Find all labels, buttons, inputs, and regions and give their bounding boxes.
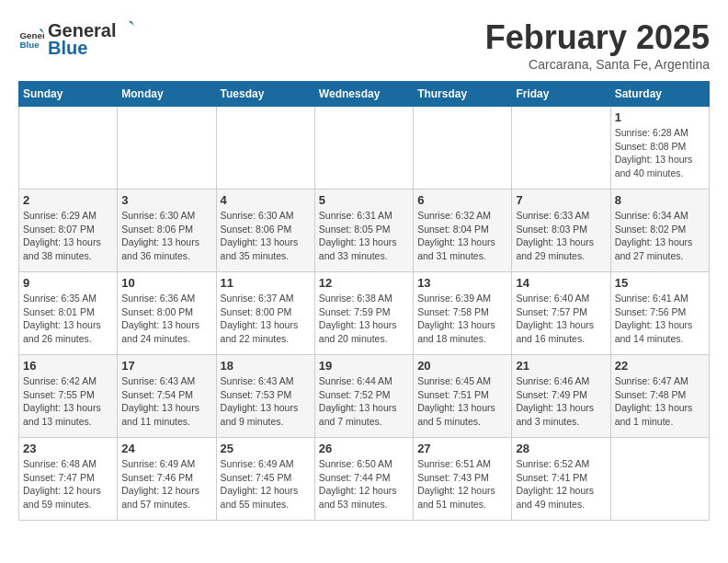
svg-marker-3	[129, 21, 134, 26]
day-info: Sunrise: 6:37 AM Sunset: 8:00 PM Dayligh…	[221, 292, 311, 346]
calendar-day-cell	[19, 107, 118, 190]
calendar-week-row: 16Sunrise: 6:42 AM Sunset: 7:55 PM Dayli…	[19, 355, 710, 438]
day-number: 21	[516, 359, 606, 373]
day-number: 15	[615, 276, 705, 290]
calendar-day-cell: 8Sunrise: 6:34 AM Sunset: 8:02 PM Daylig…	[610, 190, 709, 272]
calendar-day-cell: 13Sunrise: 6:39 AM Sunset: 7:58 PM Dayli…	[414, 272, 512, 355]
day-number: 11	[221, 276, 311, 290]
day-number: 22	[615, 359, 705, 373]
calendar-day-cell: 24Sunrise: 6:49 AM Sunset: 7:46 PM Dayli…	[118, 438, 216, 521]
calendar-day-cell: 16Sunrise: 6:42 AM Sunset: 7:55 PM Dayli…	[19, 355, 118, 438]
day-number: 19	[319, 359, 409, 373]
day-of-week-header: Sunday	[19, 82, 118, 107]
calendar-day-cell: 9Sunrise: 6:35 AM Sunset: 8:01 PM Daylig…	[19, 272, 118, 355]
day-info: Sunrise: 6:44 AM Sunset: 7:52 PM Dayligh…	[319, 374, 409, 429]
day-info: Sunrise: 6:42 AM Sunset: 7:55 PM Dayligh…	[23, 374, 113, 429]
day-number: 27	[417, 442, 507, 455]
day-number: 8	[615, 193, 705, 207]
calendar-header-row: SundayMondayTuesdayWednesdayThursdayFrid…	[19, 82, 710, 107]
day-number: 14	[516, 276, 606, 290]
day-number: 6	[417, 193, 507, 207]
calendar-day-cell: 27Sunrise: 6:51 AM Sunset: 7:43 PM Dayli…	[414, 438, 512, 521]
calendar-day-cell	[118, 107, 216, 190]
day-number: 25	[221, 442, 311, 455]
day-number: 28	[516, 442, 606, 455]
calendar-day-cell: 17Sunrise: 6:43 AM Sunset: 7:54 PM Dayli…	[118, 355, 216, 438]
day-number: 16	[23, 359, 113, 373]
title-block: February 2025 Carcarana, Santa Fe, Argen…	[485, 18, 710, 72]
calendar-day-cell	[512, 107, 610, 190]
calendar-day-cell	[414, 107, 512, 190]
day-number: 4	[221, 193, 311, 207]
svg-text:Blue: Blue	[19, 40, 40, 50]
day-info: Sunrise: 6:31 AM Sunset: 8:05 PM Dayligh…	[319, 209, 409, 263]
day-info: Sunrise: 6:46 AM Sunset: 7:49 PM Dayligh…	[516, 374, 606, 429]
day-info: Sunrise: 6:43 AM Sunset: 7:54 PM Dayligh…	[121, 374, 211, 429]
day-info: Sunrise: 6:51 AM Sunset: 7:43 PM Dayligh…	[417, 457, 507, 511]
day-info: Sunrise: 6:47 AM Sunset: 7:48 PM Dayligh…	[615, 374, 705, 429]
logo-bird-icon	[116, 18, 134, 37]
day-info: Sunrise: 6:48 AM Sunset: 7:47 PM Dayligh…	[23, 457, 113, 511]
day-info: Sunrise: 6:52 AM Sunset: 7:41 PM Dayligh…	[516, 457, 606, 511]
calendar-day-cell: 10Sunrise: 6:36 AM Sunset: 8:00 PM Dayli…	[118, 272, 216, 355]
day-info: Sunrise: 6:30 AM Sunset: 8:06 PM Dayligh…	[221, 209, 311, 263]
calendar-day-cell: 3Sunrise: 6:30 AM Sunset: 8:06 PM Daylig…	[118, 190, 216, 272]
day-info: Sunrise: 6:43 AM Sunset: 7:53 PM Dayligh…	[221, 374, 311, 429]
day-number: 23	[23, 442, 113, 455]
day-number: 26	[319, 442, 409, 455]
day-info: Sunrise: 6:40 AM Sunset: 7:57 PM Dayligh…	[516, 292, 606, 346]
day-number: 13	[417, 276, 507, 290]
day-of-week-header: Wednesday	[314, 82, 413, 107]
day-number: 1	[615, 110, 705, 124]
calendar-day-cell: 12Sunrise: 6:38 AM Sunset: 7:59 PM Dayli…	[314, 272, 413, 355]
day-info: Sunrise: 6:38 AM Sunset: 7:59 PM Dayligh…	[319, 292, 409, 346]
day-info: Sunrise: 6:33 AM Sunset: 8:03 PM Dayligh…	[516, 209, 606, 263]
day-of-week-header: Monday	[118, 82, 216, 107]
calendar-day-cell: 4Sunrise: 6:30 AM Sunset: 8:06 PM Daylig…	[216, 190, 314, 272]
day-info: Sunrise: 6:49 AM Sunset: 7:46 PM Dayligh…	[121, 457, 211, 511]
calendar-day-cell: 14Sunrise: 6:40 AM Sunset: 7:57 PM Dayli…	[512, 272, 610, 355]
calendar-week-row: 1Sunrise: 6:28 AM Sunset: 8:08 PM Daylig…	[19, 107, 710, 190]
calendar-day-cell: 1Sunrise: 6:28 AM Sunset: 8:08 PM Daylig…	[610, 107, 709, 190]
day-number: 5	[319, 193, 409, 207]
day-info: Sunrise: 6:50 AM Sunset: 7:44 PM Dayligh…	[319, 457, 409, 511]
day-number: 20	[417, 359, 507, 373]
calendar-day-cell: 18Sunrise: 6:43 AM Sunset: 7:53 PM Dayli…	[216, 355, 314, 438]
calendar-day-cell	[216, 107, 314, 190]
day-number: 24	[121, 442, 211, 455]
day-info: Sunrise: 6:49 AM Sunset: 7:45 PM Dayligh…	[221, 457, 311, 511]
day-number: 12	[319, 276, 409, 290]
day-number: 7	[516, 193, 606, 207]
calendar-day-cell: 6Sunrise: 6:32 AM Sunset: 8:04 PM Daylig…	[414, 190, 512, 272]
calendar-day-cell: 22Sunrise: 6:47 AM Sunset: 7:48 PM Dayli…	[610, 355, 709, 438]
day-number: 9	[23, 276, 113, 290]
calendar-week-row: 23Sunrise: 6:48 AM Sunset: 7:47 PM Dayli…	[19, 438, 710, 521]
calendar-day-cell	[314, 107, 413, 190]
day-of-week-header: Tuesday	[216, 82, 314, 107]
day-info: Sunrise: 6:36 AM Sunset: 8:00 PM Dayligh…	[121, 292, 211, 346]
logo: General Blue General Blue	[18, 18, 134, 59]
calendar-day-cell	[610, 438, 709, 521]
calendar-title: February 2025	[485, 18, 710, 57]
calendar-week-row: 2Sunrise: 6:29 AM Sunset: 8:07 PM Daylig…	[19, 190, 710, 272]
calendar-day-cell: 23Sunrise: 6:48 AM Sunset: 7:47 PM Dayli…	[19, 438, 118, 521]
calendar-day-cell: 20Sunrise: 6:45 AM Sunset: 7:51 PM Dayli…	[414, 355, 512, 438]
calendar-day-cell: 21Sunrise: 6:46 AM Sunset: 7:49 PM Dayli…	[512, 355, 610, 438]
day-number: 18	[221, 359, 311, 373]
calendar-subtitle: Carcarana, Santa Fe, Argentina	[485, 57, 710, 72]
day-of-week-header: Friday	[512, 82, 610, 107]
calendar-day-cell: 2Sunrise: 6:29 AM Sunset: 8:07 PM Daylig…	[19, 190, 118, 272]
day-info: Sunrise: 6:30 AM Sunset: 8:06 PM Dayligh…	[121, 209, 211, 263]
day-of-week-header: Thursday	[414, 82, 512, 107]
day-number: 2	[23, 193, 113, 207]
calendar-week-row: 9Sunrise: 6:35 AM Sunset: 8:01 PM Daylig…	[19, 272, 710, 355]
day-number: 10	[121, 276, 211, 290]
day-info: Sunrise: 6:39 AM Sunset: 7:58 PM Dayligh…	[417, 292, 507, 346]
day-info: Sunrise: 6:45 AM Sunset: 7:51 PM Dayligh…	[417, 374, 507, 429]
calendar-day-cell: 7Sunrise: 6:33 AM Sunset: 8:03 PM Daylig…	[512, 190, 610, 272]
day-info: Sunrise: 6:41 AM Sunset: 7:56 PM Dayligh…	[615, 292, 705, 346]
day-number: 17	[121, 359, 211, 373]
calendar-table: SundayMondayTuesdayWednesdayThursdayFrid…	[18, 81, 710, 521]
calendar-day-cell: 19Sunrise: 6:44 AM Sunset: 7:52 PM Dayli…	[314, 355, 413, 438]
page-header: General Blue General Blue February 2025 …	[18, 18, 710, 72]
